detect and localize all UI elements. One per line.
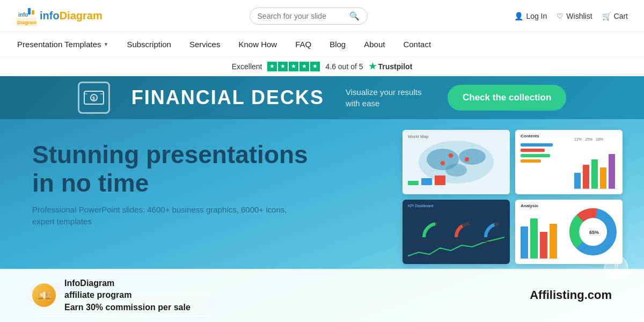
heart-icon: ♡ (557, 12, 564, 20)
banner-cta-button[interactable]: Check the collection (448, 85, 566, 111)
banner-subtitle: Visualize your results with ease (346, 86, 426, 109)
chevron-down-icon: ▼ (103, 41, 108, 47)
star-5: ★ (310, 62, 320, 71)
logo-brand-text: infoDiagram (40, 10, 103, 22)
hero-section: Stunning presentations in no time Profes… (0, 119, 644, 322)
svg-text:info: info (18, 12, 28, 18)
login-label: Log In (526, 12, 547, 20)
affiliate-logo: 💴 (32, 283, 56, 307)
trustpilot-star-icon: ★ (369, 61, 376, 71)
header-actions: 👤 Log In ♡ Wishlist 🛒 Cart (514, 12, 628, 20)
trustpilot-stars: ★ ★ ★ ★ ★ (267, 62, 320, 71)
nav-item-contact[interactable]: Contact (402, 32, 432, 56)
svg-text:Contents: Contents (521, 134, 539, 138)
nav-item-services[interactable]: Services (188, 32, 222, 56)
svg-rect-10 (100, 93, 104, 94)
nav-label-services: Services (189, 40, 221, 49)
svg-text:$: $ (92, 96, 95, 101)
svg-rect-5 (32, 10, 34, 14)
svg-text:Diagram: Diagram (17, 20, 36, 25)
trustpilot-provider-name: Trustpilot (378, 62, 413, 71)
nav-label-know-how: Know How (238, 40, 277, 49)
nav-item-presentation-templates[interactable]: Presentation Templates ▼ (16, 32, 109, 56)
affiliate-line1: affiliate program (64, 289, 191, 301)
nav-label-blog: Blog (330, 40, 346, 49)
banner-icon: $ (78, 82, 110, 114)
star-2: ★ (278, 62, 288, 71)
banner-title: FINANCIAL DECKS (131, 86, 324, 109)
nav-item-about[interactable]: About (363, 32, 386, 56)
user-icon: 👤 (514, 12, 523, 20)
svg-text:World Map: World Map (408, 134, 429, 139)
svg-rect-9 (84, 93, 87, 94)
cart-icon: 🛒 (602, 12, 611, 20)
star-3: ★ (289, 62, 298, 71)
trustpilot-bar: Excellent ★ ★ ★ ★ ★ 4.6 out of 5 ★ Trust… (0, 57, 644, 76)
money-icon: $ (83, 89, 105, 106)
hero-subtext: Professional PowerPoint slides: 4600+ bu… (32, 204, 311, 228)
main-nav: Presentation Templates ▼ Subscription Se… (0, 32, 644, 57)
cart-link[interactable]: 🛒 Cart (602, 12, 628, 20)
affiliate-company: InfoDiagram (64, 277, 191, 289)
search-icon: 🔍 (349, 11, 360, 21)
cart-label: Cart (614, 12, 628, 20)
hero-text: Stunning presentations in no time Profes… (32, 141, 612, 244)
star-4: ★ (299, 62, 309, 71)
trustpilot-excellent-label: Excellent (232, 62, 262, 71)
nav-label-about: About (364, 40, 385, 49)
trustpilot-rating: 4.6 out of 5 (325, 62, 363, 71)
affiliate-line2: Earn 30% commission per sale (64, 302, 191, 313)
nav-label-subscription: Subscription (127, 40, 171, 49)
financial-banner: $ FINANCIAL DECKS Visualize your results… (0, 76, 644, 119)
nav-item-subscription[interactable]: Subscription (126, 32, 172, 56)
nav-label-faq: FAQ (295, 40, 311, 49)
logo-icon: info Diagram (16, 6, 36, 26)
search-bar[interactable]: 🔍 (250, 8, 368, 25)
star-1: ★ (267, 62, 277, 71)
site-header: info Diagram infoDiagram 🔍 👤 Log In ♡ Wi… (0, 0, 644, 32)
svg-rect-4 (28, 8, 31, 14)
logo-link[interactable]: info Diagram infoDiagram (16, 6, 103, 26)
login-link[interactable]: 👤 Log In (514, 12, 547, 20)
hero-heading: Stunning presentations in no time (32, 141, 612, 197)
trustpilot-logo: ★ Trustpilot (369, 61, 413, 71)
affiliate-text: InfoDiagram affiliate program Earn 30% c… (64, 277, 191, 313)
nav-item-faq[interactable]: FAQ (294, 32, 312, 56)
hero-heading-line2: in no time (32, 169, 149, 197)
nav-item-know-how[interactable]: Know How (237, 32, 278, 56)
nav-label-contact: Contact (403, 40, 431, 49)
hero-heading-line1: Stunning presentations (32, 141, 308, 169)
nav-label-presentation-templates: Presentation Templates (17, 40, 101, 49)
affiliate-overlay: 💴 InfoDiagram affiliate program Earn 30%… (0, 269, 644, 322)
wishlist-label: Wishlist (566, 12, 592, 20)
affiliate-site: Affilisting.com (530, 288, 612, 302)
wishlist-link[interactable]: ♡ Wishlist (557, 12, 592, 20)
search-input[interactable] (258, 12, 345, 20)
nav-item-blog[interactable]: Blog (328, 32, 347, 56)
